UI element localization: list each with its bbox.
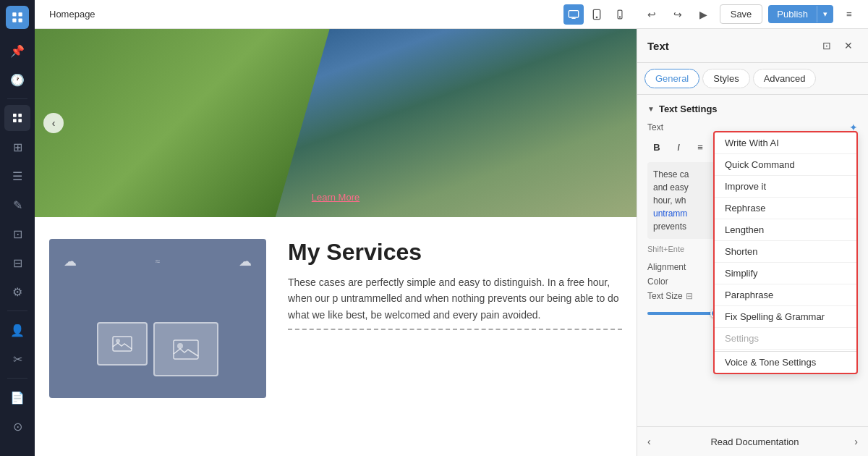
section-label: Text Settings — [659, 104, 718, 114]
svg-rect-3 — [19, 19, 22, 22]
redo-btn[interactable]: ↪ — [668, 4, 688, 25]
tab-general[interactable]: General — [644, 69, 699, 88]
panel-footer[interactable]: ‹ Read Documentation › — [637, 426, 868, 456]
svg-rect-4 — [13, 114, 17, 117]
device-switcher — [563, 4, 630, 25]
save-button[interactable]: Save — [720, 4, 763, 24]
sidebar-item-tools[interactable]: ✂ — [4, 346, 30, 372]
hero-image — [276, 29, 637, 217]
panel-tabs: General Styles Advanced — [637, 63, 868, 95]
svg-point-12 — [619, 16, 620, 17]
svg-point-10 — [596, 17, 597, 17]
sidebar-item-page2[interactable]: 📄 — [4, 384, 30, 410]
text-settings-section: ▼ Text Settings — [647, 104, 858, 114]
ai-menu-simplify[interactable]: Simplify — [715, 263, 856, 284]
sidebar-item-more[interactable]: ⊙ — [4, 413, 30, 439]
svg-rect-7 — [18, 119, 22, 122]
hero-prev-btn[interactable]: ‹ — [43, 113, 64, 133]
panel-close-btn[interactable]: ✕ — [839, 36, 858, 55]
undo-btn[interactable]: ↩ — [642, 4, 662, 25]
panel-copy-btn[interactable]: ⊡ — [817, 36, 836, 55]
sidebar-item-pen[interactable]: ✎ — [4, 192, 30, 218]
sidebar-item-layers[interactable] — [4, 105, 30, 131]
italic-btn[interactable]: I — [669, 138, 688, 156]
sidebar-item-pin[interactable]: 📌 — [4, 38, 30, 64]
ai-menu-paraphrase[interactable]: Paraphrase — [715, 284, 856, 306]
ai-menu-settings: Settings — [715, 328, 856, 350]
svg-rect-2 — [12, 19, 16, 22]
panel-title: Text — [647, 40, 817, 52]
desktop-view-btn[interactable] — [563, 4, 584, 25]
ai-menu-fix-spelling[interactable]: Fix Spelling & Grammar — [715, 306, 856, 328]
cloud-icons: ☁ ≈ ☁ — [49, 253, 266, 269]
ai-dropdown-menu: Write With AI Quick Command Improve it R… — [713, 131, 858, 374]
tab-styles[interactable]: Styles — [702, 69, 749, 88]
sidebar-item-page[interactable]: ☰ — [4, 163, 30, 189]
sidebar-item-settings[interactable]: ⚙ — [4, 279, 30, 305]
sidebar-divider-1 — [7, 98, 27, 99]
services-section: ☁ ≈ ☁ My Services These cases are perfec… — [35, 217, 637, 420]
svg-rect-6 — [13, 119, 17, 122]
canvas-area: ‹ Learn More ☁ ≈ ☁ — [35, 29, 637, 456]
ai-menu-voice-tone[interactable]: Voice & Tone Settings — [715, 351, 856, 373]
svg-rect-1 — [19, 12, 22, 16]
size-slider-fill — [647, 312, 715, 315]
panel-header-icons: ⊡ ✕ — [817, 36, 858, 55]
hero-section: ‹ Learn More — [35, 29, 637, 217]
placeholder-image-frames — [97, 322, 218, 376]
sidebar-divider-3 — [7, 378, 27, 379]
svg-rect-15 — [174, 340, 198, 359]
menu-button[interactable]: ≡ — [839, 4, 859, 25]
text-size-label-text: Text Size — [647, 291, 683, 301]
svg-rect-13 — [113, 337, 132, 351]
publish-label: Publish — [768, 5, 817, 23]
publish-button[interactable]: Publish ▾ — [768, 5, 833, 23]
text-label-text: Text — [647, 122, 663, 132]
image-frame-1 — [97, 322, 148, 366]
bold-btn[interactable]: B — [647, 138, 666, 156]
play-btn[interactable]: ▶ — [694, 4, 714, 25]
ai-menu-quick-command[interactable]: Quick Command — [715, 154, 856, 176]
learn-more-link[interactable]: Learn More — [312, 192, 359, 203]
list-btn[interactable]: ≡ — [691, 138, 710, 156]
ai-menu-rephrase[interactable]: Rephrase — [715, 198, 856, 219]
sidebar-item-layout[interactable]: ⊞ — [4, 134, 30, 160]
text-size-icon: ⊟ — [686, 291, 693, 301]
ai-menu-improve[interactable]: Improve it — [715, 176, 856, 198]
read-documentation-link[interactable]: Read Documentation — [655, 436, 855, 447]
cloud-icon-2: ☁ — [239, 253, 252, 269]
sidebar-divider-2 — [7, 311, 27, 311]
footer-chevron-left: ‹ — [647, 436, 651, 447]
services-title: My Services — [288, 239, 622, 266]
sidebar-item-users[interactable]: 👤 — [4, 317, 30, 343]
sidebar-item-image[interactable]: ⊟ — [4, 250, 30, 276]
top-bar: Homepage ↩ ↪ ▶ Save Publish ▾ ≡ — [35, 0, 868, 29]
services-text-area: My Services These cases are perfectly si… — [288, 239, 622, 330]
ai-menu-shorten[interactable]: Shorten — [715, 241, 856, 263]
svg-rect-5 — [18, 114, 22, 117]
mobile-view-btn[interactable] — [610, 4, 630, 25]
panel-body: ▼ Text Settings Text ✦ B I ≡ ≣ These caa… — [637, 95, 868, 426]
tab-advanced[interactable]: Advanced — [753, 69, 817, 88]
bird-icon: ≈ — [156, 256, 161, 269]
right-panel: Text ⊡ ✕ General Styles Advanced ▼ Text … — [637, 29, 868, 456]
footer-chevron-right: › — [854, 436, 858, 447]
publish-dropdown-arrow[interactable]: ▾ — [817, 6, 833, 22]
sidebar-item-history[interactable]: 🕐 — [4, 67, 30, 93]
svg-rect-8 — [569, 10, 578, 17]
ai-menu-lengthen[interactable]: Lengthen — [715, 219, 856, 241]
canvas-content: ‹ Learn More ☁ ≈ ☁ — [35, 29, 637, 456]
cloud-icon-1: ☁ — [64, 253, 77, 269]
text-preview-content: These caand easyhour, whuntrammprevents — [653, 169, 689, 232]
tab-homepage[interactable]: Homepage — [43, 6, 101, 22]
svg-rect-0 — [12, 12, 16, 16]
top-bar-actions: ↩ ↪ ▶ Save Publish ▾ ≡ — [642, 4, 859, 25]
tablet-view-btn[interactable] — [587, 4, 607, 25]
sidebar-item-components[interactable]: ⊡ — [4, 221, 30, 247]
section-collapse-arrow[interactable]: ▼ — [647, 105, 655, 113]
panel-header: Text ⊡ ✕ — [637, 29, 868, 63]
image-frame-2 — [153, 322, 218, 376]
ai-menu-write[interactable]: Write With AI — [715, 132, 856, 154]
svg-point-16 — [177, 343, 183, 349]
app-logo[interactable] — [6, 6, 29, 29]
